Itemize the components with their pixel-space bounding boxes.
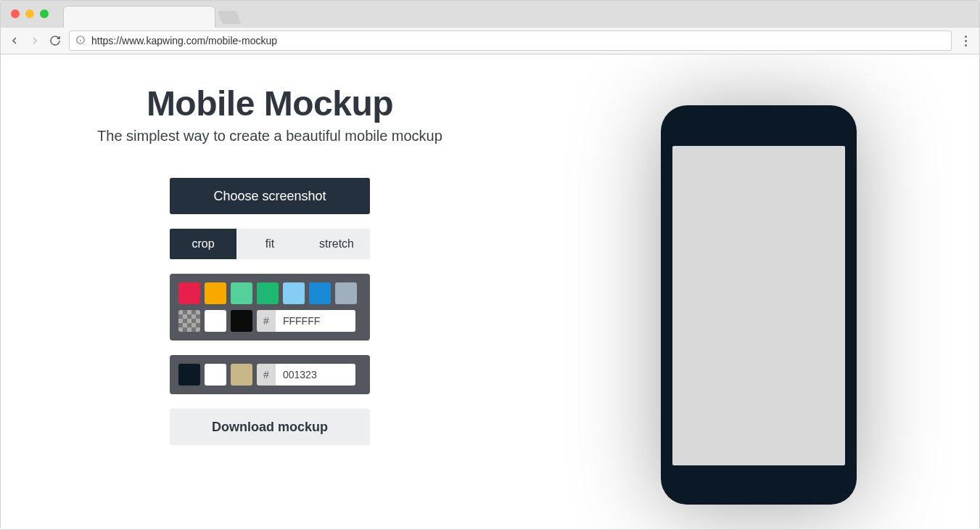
bg-hex-input[interactable]: [276, 310, 355, 332]
reload-button[interactable]: [49, 34, 62, 47]
phone-mockup: [661, 105, 857, 505]
maximize-window-icon[interactable]: [40, 9, 49, 18]
address-bar[interactable]: [69, 30, 952, 51]
browser-toolbar: [1, 27, 979, 54]
fit-mode-segmented: crop fit stretch: [170, 229, 370, 259]
bg-swatch-transparent[interactable]: [178, 310, 200, 332]
frame-color-palette: #: [170, 355, 370, 394]
bg-swatch[interactable]: [257, 282, 279, 304]
page-content: Mobile Mockup The simplest way to create…: [1, 54, 979, 529]
site-info-icon[interactable]: [75, 35, 86, 47]
frame-hex-group: #: [257, 364, 355, 386]
hash-icon: #: [257, 364, 276, 386]
new-tab-button[interactable]: [218, 11, 242, 24]
forward-button[interactable]: [28, 34, 41, 47]
browser-tab[interactable]: [63, 6, 215, 28]
page-title: Mobile Mockup: [97, 83, 442, 123]
frame-swatch[interactable]: [231, 364, 252, 386]
preview-column: [539, 83, 979, 529]
choose-screenshot-button[interactable]: Choose screenshot: [170, 178, 370, 214]
fit-mode-crop[interactable]: crop: [170, 229, 236, 259]
bg-swatch[interactable]: [231, 310, 252, 332]
bg-swatch[interactable]: [335, 282, 357, 304]
close-window-icon[interactable]: [11, 9, 20, 18]
bg-swatch[interactable]: [205, 310, 226, 332]
url-input[interactable]: [91, 35, 945, 46]
hash-icon: #: [257, 310, 276, 332]
fit-mode-stretch[interactable]: stretch: [303, 229, 370, 259]
phone-screen: [672, 146, 845, 465]
browser-menu-button[interactable]: [959, 33, 972, 49]
download-mockup-button[interactable]: Download mockup: [170, 409, 370, 445]
bg-hex-group: #: [257, 310, 355, 332]
bg-swatch[interactable]: [178, 282, 200, 304]
frame-hex-input[interactable]: [276, 364, 355, 386]
bg-swatch[interactable]: [309, 282, 331, 304]
controls-stack: Choose screenshot crop fit stretch: [170, 178, 370, 445]
minimize-window-icon[interactable]: [25, 9, 34, 18]
background-color-palette: #: [170, 274, 370, 341]
bg-swatch[interactable]: [231, 282, 252, 304]
frame-swatch[interactable]: [205, 364, 226, 386]
bg-swatch-row-1: [178, 282, 361, 304]
controls-column: Mobile Mockup The simplest way to create…: [1, 83, 539, 529]
frame-swatch-row: #: [178, 364, 361, 386]
browser-window: Mobile Mockup The simplest way to create…: [0, 0, 980, 530]
header-block: Mobile Mockup The simplest way to create…: [97, 83, 442, 144]
bg-swatch-row-2: #: [178, 310, 361, 332]
fit-mode-fit[interactable]: fit: [236, 229, 303, 259]
phone-frame: [661, 105, 857, 505]
back-button[interactable]: [8, 34, 21, 47]
frame-swatch[interactable]: [178, 364, 200, 386]
page-subtitle: The simplest way to create a beautiful m…: [97, 128, 442, 144]
bg-swatch[interactable]: [283, 282, 305, 304]
bg-swatch[interactable]: [205, 282, 226, 304]
window-controls: [1, 9, 49, 18]
browser-tab-strip: [1, 1, 979, 27]
